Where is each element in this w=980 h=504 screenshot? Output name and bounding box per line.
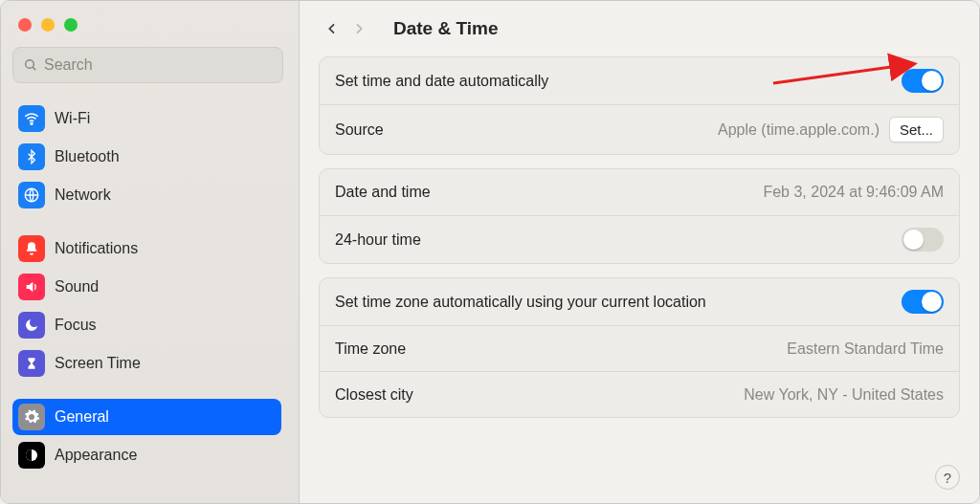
h24-label: 24-hour time: [335, 231, 421, 249]
help-button[interactable]: ?: [935, 465, 960, 490]
globe-icon: [18, 182, 45, 208]
sidebar-label: Focus: [55, 317, 97, 334]
sidebar-label: Bluetooth: [55, 148, 120, 165]
zoom-window-button[interactable]: [64, 18, 78, 32]
sidebar-label: Sound: [55, 278, 99, 296]
sidebar-item-bluetooth[interactable]: Bluetooth: [12, 139, 281, 175]
tz-value: Eastern Standard Time: [787, 340, 944, 358]
forward-button[interactable]: [345, 15, 372, 42]
sidebar-label: Network: [55, 186, 111, 204]
row-auto-time: Set time and date automatically: [320, 57, 959, 104]
content-pane: Date & Time Set time and date automatica…: [300, 1, 979, 503]
row-source: Source Apple (time.apple.com.) Set...: [320, 104, 959, 154]
row-datetime: Date and time Feb 3, 2024 at 9:46:09 AM: [320, 169, 959, 215]
sidebar-item-focus[interactable]: Focus: [12, 307, 281, 343]
appearance-icon: [18, 442, 45, 469]
tz-label: Time zone: [335, 340, 406, 358]
panel-timezone: Set time zone automatically using your c…: [319, 277, 960, 418]
svg-point-2: [31, 122, 33, 124]
sidebar-item-sound[interactable]: Sound: [12, 269, 281, 305]
chevron-right-icon: [351, 19, 367, 38]
auto-tz-toggle[interactable]: [902, 290, 944, 314]
sidebar-nav: Wi-Fi Bluetooth Network Notifications: [12, 99, 289, 503]
sidebar-label: Screen Time: [55, 355, 141, 372]
close-window-button[interactable]: [18, 18, 32, 32]
sidebar: Wi-Fi Bluetooth Network Notifications: [1, 1, 300, 503]
row-24h: 24-hour time: [320, 215, 959, 263]
row-city: Closest city New York, NY - United State…: [320, 371, 959, 417]
window-controls: [12, 12, 289, 45]
sidebar-item-appearance[interactable]: Appearance: [12, 437, 281, 473]
speaker-icon: [18, 274, 45, 300]
search-field[interactable]: [12, 47, 283, 83]
source-value: Apple (time.apple.com.): [718, 121, 880, 139]
auto-time-toggle[interactable]: [902, 69, 944, 93]
search-input[interactable]: [44, 56, 273, 74]
settings-window: Wi-Fi Bluetooth Network Notifications: [0, 0, 980, 504]
minimize-window-button[interactable]: [41, 18, 55, 32]
auto-time-label: Set time and date automatically: [335, 73, 548, 90]
sidebar-item-network[interactable]: Network: [12, 177, 281, 213]
source-label: Source: [335, 121, 384, 139]
sidebar-label: General: [55, 408, 109, 426]
sidebar-item-wifi[interactable]: Wi-Fi: [12, 100, 281, 137]
svg-line-1: [33, 67, 35, 70]
gear-icon: [18, 404, 45, 430]
city-value: New York, NY - United States: [744, 386, 944, 404]
moon-icon: [18, 312, 45, 339]
content-header: Date & Time: [319, 12, 960, 45]
sidebar-label: Notifications: [55, 240, 138, 257]
city-label: Closest city: [335, 386, 413, 404]
set-source-button[interactable]: Set...: [889, 117, 944, 142]
svg-point-0: [26, 60, 34, 69]
datetime-value: Feb 3, 2024 at 9:46:09 AM: [763, 184, 944, 201]
sidebar-label: Appearance: [55, 447, 137, 464]
sidebar-item-general[interactable]: General: [12, 399, 281, 435]
search-icon: [23, 57, 38, 73]
page-title: Date & Time: [393, 18, 498, 39]
bluetooth-icon: [18, 143, 45, 170]
auto-tz-label: Set time zone automatically using your c…: [335, 294, 706, 311]
sidebar-item-screentime[interactable]: Screen Time: [12, 345, 281, 382]
hourglass-icon: [18, 350, 45, 377]
sidebar-item-notifications[interactable]: Notifications: [12, 230, 281, 267]
h24-toggle[interactable]: [902, 228, 944, 252]
datetime-label: Date and time: [335, 184, 431, 201]
bell-icon: [18, 235, 45, 262]
panel-source: Set time and date automatically Source A…: [319, 56, 960, 155]
row-tz: Time zone Eastern Standard Time: [320, 325, 959, 371]
row-auto-tz: Set time zone automatically using your c…: [320, 278, 959, 325]
panel-datetime: Date and time Feb 3, 2024 at 9:46:09 AM …: [319, 168, 960, 264]
sidebar-label: Wi-Fi: [55, 110, 90, 127]
wifi-icon: [18, 105, 45, 132]
back-button[interactable]: [319, 15, 345, 42]
chevron-left-icon: [324, 19, 340, 38]
